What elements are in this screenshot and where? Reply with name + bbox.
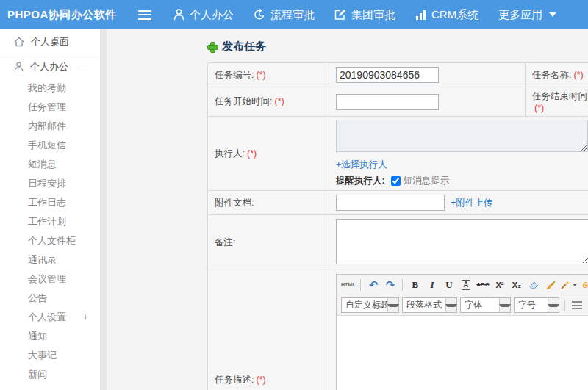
sidebar-item-desktop[interactable]: 个人桌面 <box>0 29 100 54</box>
rich-text-editor: HTML ↶ ↷ B I U A ABC <box>336 274 588 390</box>
description-label-cell: 任务描述:(*) <box>208 270 329 390</box>
sidebar-item-mobile-sms[interactable]: 手机短信 <box>0 136 100 155</box>
sidebar-item-label: 个人设置 <box>28 311 66 322</box>
sidebar-item-news[interactable]: 新闻 <box>0 365 100 384</box>
sidebar-item-internal-mail[interactable]: 内部邮件 <box>0 117 100 136</box>
content-area: 发布任务 任务编号:(*) 任务名称:(*) <box>101 29 588 390</box>
sidebar-item-label: 个人文件柜 <box>28 235 76 246</box>
underline-button[interactable]: U <box>441 277 456 292</box>
custom-heading-dropdown[interactable]: 自定义标题 <box>341 297 399 313</box>
user-icon <box>14 62 24 72</box>
highlight-wand-button[interactable] <box>559 277 578 292</box>
html-source-button[interactable]: HTML <box>340 277 356 292</box>
brush-icon <box>545 280 556 290</box>
remark-textarea[interactable] <box>336 219 588 264</box>
editor-content-area[interactable] <box>337 316 588 390</box>
nav-item-personal-office[interactable]: 个人办公 <box>173 8 234 22</box>
sidebar-item-label: 我的考勤 <box>28 82 66 93</box>
remark-input-cell <box>329 215 588 270</box>
nav-item-label: CRM系统 <box>431 8 478 22</box>
editor-toolbar-row2: 自定义标题 段落格式 字体 <box>337 295 588 316</box>
sidebar-item-meeting-management[interactable]: 会议管理 <box>0 270 100 289</box>
sidebar-item-label: 会议管理 <box>28 273 66 284</box>
dropdown-value: 自定义标题 <box>342 299 387 311</box>
nav-item-crm-system[interactable]: CRM系统 <box>415 8 478 22</box>
attachment-input[interactable] <box>336 195 445 211</box>
redo-icon[interactable]: ↷ <box>382 277 398 292</box>
executor-textarea[interactable] <box>336 120 588 152</box>
sidebar-item-notification[interactable]: 通知 <box>0 327 100 346</box>
sms-remind-checkbox[interactable] <box>391 176 401 186</box>
required-mark: (*) <box>573 70 583 80</box>
description-label: 任务描述: <box>215 375 254 385</box>
bold-button[interactable]: B <box>407 277 423 292</box>
eraser-button[interactable] <box>526 277 541 292</box>
font-family-dropdown[interactable]: 字体 <box>460 297 511 313</box>
sidebar-section-personal-office[interactable]: 个人办公 — <box>0 54 100 79</box>
sidebar-item-task-management[interactable]: 任务管理 <box>0 98 100 117</box>
executor-label: 执行人: <box>215 148 245 159</box>
caret-down-icon <box>549 12 556 17</box>
sidebar-item-personal-file-cabinet[interactable]: 个人文件柜 <box>0 231 100 250</box>
page-title: 发布任务 <box>207 39 588 54</box>
executor-label-cell: 执行人:(*) <box>208 117 329 191</box>
eraser-icon <box>528 280 539 290</box>
dropdown-value: 字号 <box>514 299 548 311</box>
remark-label: 备注: <box>215 237 235 248</box>
choose-executor-link[interactable]: +选择执行人 <box>336 159 387 170</box>
table-row: 任务开始时间:(*) 任务结束时间:(*) <box>208 87 588 117</box>
strikethrough-button[interactable]: ABC <box>475 277 490 292</box>
task-name-label: 任务名称: <box>532 70 571 80</box>
sidebar-item-memorabilia[interactable]: 大事记 <box>0 346 100 365</box>
sms-remind-option: 短消息提示 <box>391 175 450 187</box>
italic-button[interactable]: I <box>424 277 440 292</box>
superscript-button[interactable]: X² <box>492 277 507 292</box>
font-size-dropdown[interactable]: 字号 <box>514 297 559 313</box>
sidebar-item-my-attendance[interactable]: 我的考勤 <box>0 79 100 98</box>
hamburger-menu-icon[interactable] <box>138 10 151 20</box>
sidebar-section-label: 个人办公 <box>30 60 68 73</box>
subscript-button[interactable]: X₂ <box>509 277 524 292</box>
process-icon <box>254 9 265 21</box>
task-no-input-cell <box>329 63 526 87</box>
nav-item-label: 集团审批 <box>351 8 395 22</box>
blockquote-button[interactable]: 66 <box>579 277 588 292</box>
attachment-upload-link[interactable]: +附件上传 <box>451 197 492 209</box>
nav-item-label: 更多应用 <box>498 8 542 22</box>
sidebar-item-label: 通讯录 <box>28 254 57 265</box>
attachment-input-cell: +附件上传 <box>329 191 588 215</box>
align-left-button[interactable] <box>570 298 584 313</box>
sidebar-item-short-message[interactable]: 短消息 <box>0 155 100 174</box>
format-brush-button[interactable] <box>542 277 558 292</box>
sidebar-item-schedule[interactable]: 日程安排 <box>0 174 100 193</box>
task-no-input[interactable] <box>336 67 439 83</box>
nav-item-group-approval[interactable]: 集团审批 <box>334 8 395 22</box>
start-time-input[interactable] <box>336 94 439 110</box>
executor-input-cell: +选择执行人 提醒执行人: 短消息提示 <box>329 117 588 191</box>
caret-down-icon <box>573 284 577 286</box>
sidebar-item-announcement[interactable]: 公告 <box>0 289 100 308</box>
sidebar: 个人桌面 个人办公 — 我的考勤 任务管理 内部邮件 手机短信 短消息 日程安排… <box>0 29 101 390</box>
collapse-minus-icon[interactable]: — <box>78 61 88 73</box>
dropdown-value: 字体 <box>461 299 499 311</box>
sidebar-item-work-plan[interactable]: 工作计划 <box>0 212 100 231</box>
sidebar-item-address-book[interactable]: 通讯录 <box>0 250 100 270</box>
paragraph-format-dropdown[interactable]: 段落格式 <box>402 297 457 313</box>
expand-plus-icon[interactable]: + <box>82 308 88 327</box>
wand-icon <box>560 280 570 290</box>
toolbar-separator <box>402 279 403 291</box>
required-mark: (*) <box>274 96 284 106</box>
sidebar-item-label: 公告 <box>28 292 47 303</box>
nav-item-more-apps[interactable]: 更多应用 <box>498 8 556 22</box>
nav-item-label: 个人办公 <box>190 8 234 22</box>
task-no-label-cell: 任务编号:(*) <box>208 63 329 87</box>
editor-toolbar-row1: HTML ↶ ↷ B I U A ABC <box>337 275 588 295</box>
add-plus-icon <box>207 42 217 51</box>
remove-format-button[interactable]: A <box>458 277 473 292</box>
sidebar-item-label: 手机短信 <box>28 140 66 151</box>
remark-label-cell: 备注: <box>208 215 329 270</box>
sidebar-item-work-diary[interactable]: 工作日志 <box>0 193 100 212</box>
sidebar-item-personal-settings[interactable]: 个人设置 + <box>0 308 100 327</box>
nav-item-workflow-approval[interactable]: 流程审批 <box>254 8 315 22</box>
undo-icon[interactable]: ↶ <box>365 277 381 292</box>
